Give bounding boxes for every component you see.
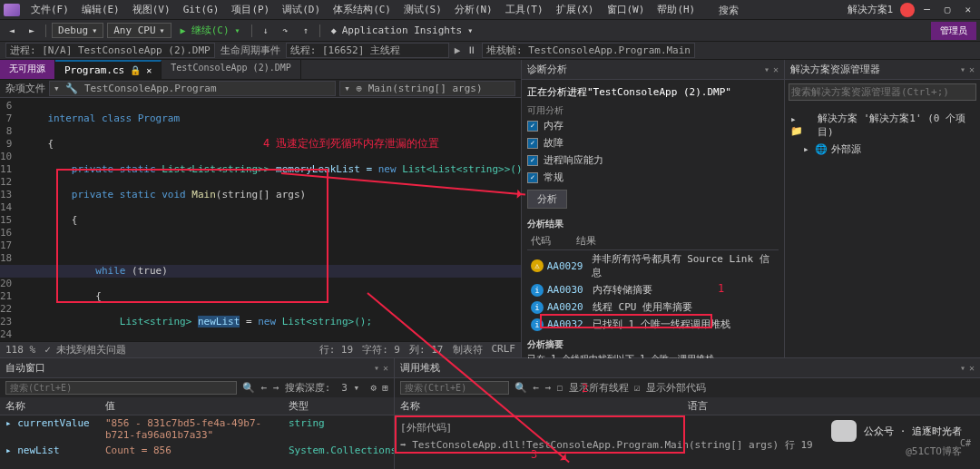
menu-project[interactable]: 项目(P) [226, 1, 275, 18]
toolbar: ◄ ► Debug ▾ Any CPU ▾ ▶ 继续(C) ▾ ↓ ↷ ↑ ◆ … [0, 20, 980, 42]
menu-test[interactable]: 测试(S) [398, 1, 447, 18]
nav-fwd-icon[interactable]: ► [24, 24, 40, 37]
chk-general[interactable]: ✓ [527, 172, 538, 183]
solution-tree[interactable]: ▸ 📁 解决方案 '解决方案1' (0 个项目) ▸ 🌐 外部源 [785, 104, 980, 163]
analyzing-label: 正在分析进程"TestConsoleApp (2).DMP" [527, 85, 779, 99]
glyph-margin[interactable]: ➡ [17, 98, 24, 341]
continue-button[interactable]: ▶ 继续(C) ▾ [175, 22, 246, 39]
menu-file[interactable]: 文件(F) [25, 1, 74, 18]
status-line: 行: 19 [319, 343, 354, 357]
credit-text: @51CTO博客 [906, 445, 962, 458]
menu-git[interactable]: Git(G) [178, 2, 225, 17]
menu-help[interactable]: 帮助(H) [652, 1, 701, 18]
annotation-text-4: 4 迅速定位到死循环内存泄漏的位置 [263, 136, 439, 151]
platform-dropdown[interactable]: Any CPU ▾ [107, 23, 171, 38]
editor-tabs: 无可用源 Program.cs 🔒 ✕ TestConsoleApp (2).D… [0, 60, 521, 80]
wechat-icon [831, 420, 857, 442]
status-crlf[interactable]: CRLF [492, 343, 516, 357]
user-avatar-icon[interactable] [900, 3, 915, 17]
process-field[interactable]: 进程: [N/A] TestConsoleApp (2).DMP [5, 43, 215, 58]
watermark: 公众号 · 追逐时光者 [831, 420, 962, 442]
tab-program[interactable]: Program.cs 🔒 ✕ [55, 60, 162, 79]
result-row-callstack[interactable]: iAA0032已找到 1 个唯一线程调用堆栈 [527, 316, 779, 333]
external-sources[interactable]: ▸ 🌐 外部源 [790, 141, 975, 158]
autos-title: 自动窗口 [5, 361, 370, 375]
admin-button[interactable]: 管理员 [931, 22, 976, 40]
member-dropdown[interactable]: ▾ ⊕ Main(string[] args) [339, 81, 515, 96]
solution-search-input[interactable] [789, 83, 976, 101]
menu-edit[interactable]: 编辑(E) [76, 1, 125, 18]
config-dropdown[interactable]: Debug ▾ [52, 23, 103, 38]
panel-dropdown-icon[interactable]: ▾ [764, 64, 769, 74]
status-char: 字符: 9 [362, 343, 400, 357]
menu-tools[interactable]: 工具(T) [500, 1, 549, 18]
menu-analyze[interactable]: 分析(N) [449, 1, 498, 18]
menu-ext[interactable]: 扩展(X) [551, 1, 600, 18]
code-nav-bar: 杂项文件 ▾ 🔧 TestConsoleApp.Program ▾ ⊕ Main… [0, 80, 521, 98]
code-editor[interactable]: 6789101112131415161718192021222324 ➡ int… [0, 98, 521, 341]
debug-context-bar: 进程: [N/A] TestConsoleApp (2).DMP 生命周期事件 … [0, 42, 980, 60]
status-tabs[interactable]: 制表符 [453, 343, 483, 357]
callstack-search-input[interactable] [400, 381, 509, 395]
step-into-icon[interactable]: ↓ [258, 24, 274, 37]
result-row[interactable]: ⚠AA0029并非所有符号都具有 Source Link 信息 [527, 250, 779, 281]
variable-row[interactable]: ▸ newListCount = 856System.Collections..… [0, 443, 394, 458]
class-dropdown[interactable]: ▾ 🔧 TestConsoleApp.Program [49, 81, 336, 96]
panel-dropdown-icon[interactable]: ▾ [960, 64, 965, 74]
nav-back-icon[interactable]: ◄ [4, 24, 20, 37]
menu-arch[interactable]: 体系结构(C) [328, 1, 397, 18]
stackframe-field[interactable]: 堆栈帧: TestConsoleApp.Program.Main [482, 43, 695, 58]
line-numbers: 6789101112131415161718192021222324 [0, 98, 17, 341]
panel-close-icon[interactable]: ✕ [773, 64, 779, 74]
misc-files: 杂项文件 [5, 82, 45, 95]
minimize-icon[interactable]: ─ [918, 2, 936, 17]
diagnostic-panel-header: 诊断分析 ▾ ✕ [522, 60, 784, 80]
tab-dump[interactable]: TestConsoleApp (2).DMP [162, 60, 300, 79]
app-insights[interactable]: ◆ Application Insights ▾ [326, 23, 479, 38]
analyze-button[interactable]: 分析 [527, 190, 567, 209]
available-analysis: 可用分析 [527, 104, 779, 117]
solution-explorer-header: 解决方案资源管理器 ▾ ✕ [785, 60, 980, 80]
annotation-text-3: 3 [531, 448, 537, 461]
menu-view[interactable]: 视图(V) [127, 1, 176, 18]
step-over-icon[interactable]: ↷ [278, 24, 294, 37]
status-col: 列: 17 [409, 343, 444, 357]
thread-field[interactable]: 线程: [16652] 主线程 [286, 43, 449, 58]
show-all-threads[interactable]: ☐ 显示所有线程 [557, 381, 629, 395]
summary-heading: 分析摘要 [527, 338, 779, 351]
chk-memory[interactable]: ✓ [527, 121, 538, 132]
solution-name: 解决方案1 [842, 1, 899, 18]
vs-logo-icon [4, 4, 20, 16]
code-content[interactable]: internal class Program { private static … [24, 98, 521, 341]
show-external[interactable]: ☑ 显示外部代码 [634, 381, 706, 395]
autos-table: 名称值类型 ▸ currentValue"856 - 831c7bd5-fe4a… [0, 397, 394, 469]
chk-responsive[interactable]: ✓ [527, 155, 538, 166]
close-icon[interactable]: ✕ [959, 2, 976, 17]
menu-bar: 文件(F) 编辑(E) 视图(V) Git(G) 项目(P) 调试(D) 体系结… [0, 0, 980, 20]
depth-dropdown[interactable]: 3 ▾ [336, 382, 365, 394]
callstack-title: 调用堆栈 [400, 361, 956, 375]
annotation-text-1: 1 [718, 282, 969, 295]
menu-window[interactable]: 窗口(W) [602, 1, 651, 18]
maximize-icon[interactable]: ▢ [939, 2, 956, 17]
zoom-level[interactable]: 118 % [5, 344, 35, 356]
diagnostic-title: 诊断分析 [527, 63, 760, 76]
menu-debug[interactable]: 调试(D) [277, 1, 326, 18]
step-out-icon[interactable]: ↑ [298, 24, 314, 37]
variable-row[interactable]: ▸ currentValue"856 - 831c7bd5-fe4a-49b7-… [0, 415, 394, 443]
lifecycle-events[interactable]: 生命周期事件 [220, 44, 280, 57]
autos-search-input[interactable] [5, 381, 237, 395]
menu-search[interactable]: 搜索 [713, 2, 744, 19]
tab-nosource[interactable]: 无可用源 [0, 60, 55, 79]
panel-close-icon[interactable]: ✕ [969, 64, 975, 74]
solution-root[interactable]: ▸ 📁 解决方案 '解决方案1' (0 个项目) [790, 110, 975, 141]
results-heading: 分析结果 [527, 218, 779, 230]
issues-status[interactable]: 未找到相关问题 [56, 344, 126, 356]
chk-fault[interactable]: ✓ [527, 138, 538, 149]
result-row[interactable]: iAA0020线程 CPU 使用率摘要 [527, 298, 779, 316]
